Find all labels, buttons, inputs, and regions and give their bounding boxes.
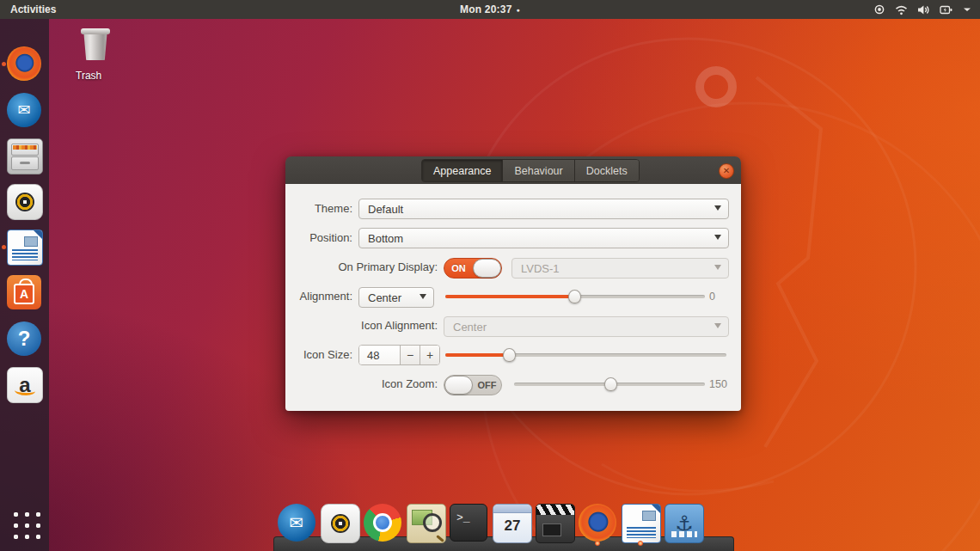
icon-size-label: Icon Size: <box>285 345 352 365</box>
launcher-item-ubuntu-software[interactable]: A <box>7 275 41 309</box>
launcher-item-help[interactable]: ? <box>7 321 41 356</box>
dock-item-libreoffice-writer[interactable] <box>622 504 661 543</box>
launcher-item-thunderbird[interactable]: ✉ <box>7 93 41 127</box>
dock-running-indicator-firefox <box>595 541 600 546</box>
position-dropdown[interactable]: Bottom <box>358 228 729 248</box>
alignment-slider-value: 0 <box>709 286 715 307</box>
dock-item-thunderbird[interactable]: ✉ <box>278 504 315 542</box>
dock-running-indicator-writer <box>638 541 643 546</box>
running-indicator-writer <box>2 245 6 249</box>
slider-knob[interactable] <box>604 377 617 391</box>
tab-appearance[interactable]: Appearance <box>422 160 503 181</box>
icon-zoom-toggle[interactable]: OFF <box>444 375 502 395</box>
theme-label: Theme: <box>285 199 352 219</box>
dock-item-video-editor[interactable] <box>536 504 575 543</box>
question-mark-icon: ? <box>18 327 31 351</box>
icon-size-value[interactable]: 48 <box>359 346 400 364</box>
dock-item-terminal[interactable]: >_ <box>450 504 487 542</box>
dropdown-arrow-icon <box>714 205 721 211</box>
dropdown-arrow-icon <box>714 323 721 328</box>
launcher-item-firefox[interactable] <box>7 46 41 81</box>
envelope-icon: ✉ <box>17 101 30 119</box>
tab-bar: Appearance Behaviour Docklets <box>421 159 640 182</box>
dock-item-rhythmbox[interactable] <box>321 504 360 543</box>
trash-rim <box>81 28 110 34</box>
cabinet-handle <box>20 162 30 164</box>
primary-display-toggle[interactable]: ON <box>444 258 502 279</box>
dropdown-arrow-icon <box>714 265 721 270</box>
amazon-smile-icon <box>15 386 35 395</box>
dock-item-calendar[interactable]: 27 <box>493 504 532 543</box>
position-value: Bottom <box>368 232 403 245</box>
close-button[interactable]: ✕ <box>719 163 734 179</box>
tab-docklets[interactable]: Docklets <box>575 160 639 181</box>
dropdown-arrow-icon <box>420 294 426 299</box>
launcher-panel: ✉ A ? a <box>0 19 49 551</box>
alignment-slider[interactable] <box>445 286 705 307</box>
launcher-item-amazon[interactable]: a <box>7 367 43 403</box>
icon-alignment-value: Center <box>453 321 487 334</box>
magnifier-handle <box>436 535 444 542</box>
shopping-bag-icon: A <box>14 284 34 304</box>
icon-size-slider[interactable] <box>445 345 726 365</box>
monitor-value: LVDS-1 <box>521 262 560 275</box>
dock-item-screenshot-tool[interactable] <box>407 504 446 543</box>
clock-menu[interactable]: Mon 20:37● <box>0 3 980 15</box>
page-fold <box>651 504 661 514</box>
calendar-header <box>493 505 531 513</box>
primary-display-label: On Primary Display: <box>285 257 438 278</box>
icon-size-decrease-button[interactable]: − <box>400 346 420 364</box>
launcher-item-file-cabinet[interactable] <box>7 138 43 174</box>
dock-item-chrome[interactable] <box>364 504 401 542</box>
chrome-center <box>376 516 389 530</box>
page-fold <box>33 230 43 240</box>
clapperboard-stripes <box>536 505 574 515</box>
video-screen <box>542 523 561 536</box>
dock-item-plank[interactable]: ⚓ <box>665 504 704 543</box>
terminal-prompt-icon: >_ <box>456 511 470 524</box>
dialog-body: Theme: Default Position: Bottom On Prima… <box>285 184 741 411</box>
document-text-lines <box>627 527 656 538</box>
icon-size-spinner: 48 − + <box>358 345 440 365</box>
toggle-on-label: ON <box>444 263 473 273</box>
theme-value: Default <box>368 203 403 216</box>
monitor-dropdown: LVDS-1 <box>511 258 729 279</box>
alignment-dropdown[interactable]: Center <box>358 287 434 308</box>
window-titlebar[interactable]: Appearance Behaviour Docklets ✕ <box>285 156 741 185</box>
icon-size-increase-button[interactable]: + <box>420 346 439 364</box>
slider-knob[interactable] <box>568 290 581 303</box>
slider-knob[interactable] <box>503 348 516 362</box>
slider-fill <box>445 353 510 357</box>
icon-zoom-label: Icon Zoom: <box>285 374 438 395</box>
icon-zoom-slider[interactable] <box>514 374 705 395</box>
cabinet-files <box>13 145 37 150</box>
icon-zoom-slider-value: 150 <box>709 374 727 395</box>
calendar-day: 27 <box>505 517 521 535</box>
slider-fill <box>445 295 575 298</box>
launcher-item-libreoffice-writer[interactable] <box>7 230 43 266</box>
toggle-knob[interactable] <box>473 259 501 278</box>
theme-dropdown[interactable]: Default <box>358 199 729 219</box>
position-label: Position: <box>285 228 352 248</box>
notification-dot: ● <box>517 7 520 13</box>
speaker-icon <box>331 514 350 533</box>
dock-squares <box>671 531 697 537</box>
toggle-off-label: OFF <box>473 380 501 390</box>
speaker-icon <box>15 193 34 211</box>
trash-label: Trash <box>76 65 101 86</box>
envelope-icon: ✉ <box>290 512 304 533</box>
clock-label: Mon 20:37 <box>460 3 511 15</box>
alignment-label: Alignment: <box>285 286 352 307</box>
toggle-knob[interactable] <box>444 376 473 395</box>
trash-icon[interactable]: Trash <box>76 28 115 60</box>
document-text-lines <box>12 249 38 260</box>
dropdown-arrow-icon <box>714 235 721 240</box>
plank-preferences-window: Appearance Behaviour Docklets ✕ Theme: D… <box>285 156 741 411</box>
trash-can <box>83 31 108 60</box>
tab-behaviour[interactable]: Behaviour <box>503 160 574 181</box>
launcher-item-rhythmbox[interactable] <box>7 184 43 220</box>
icon-alignment-dropdown: Center <box>444 316 729 337</box>
alignment-value: Center <box>368 291 401 304</box>
show-applications-button[interactable] <box>9 508 40 539</box>
dock-item-firefox[interactable] <box>579 504 616 542</box>
